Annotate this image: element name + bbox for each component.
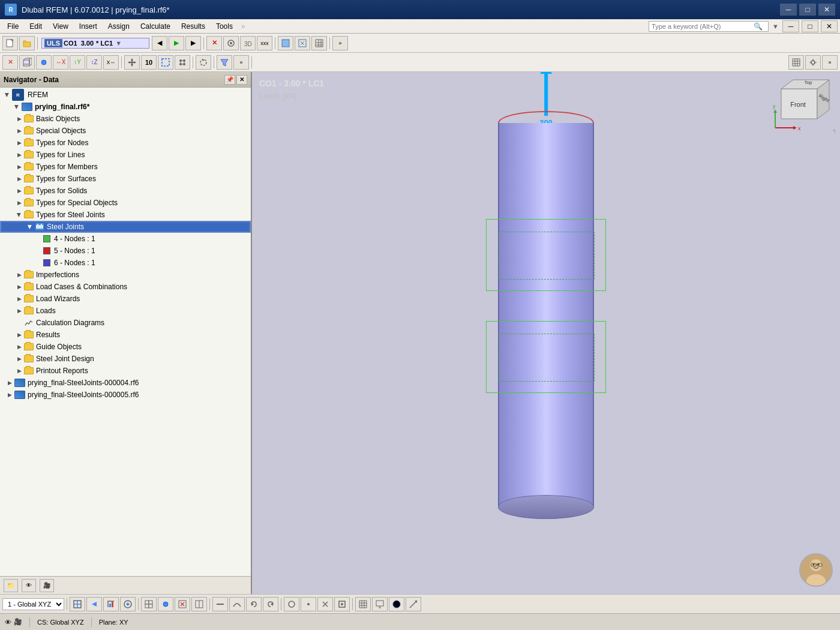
toolbar-btn-more[interactable]: » bbox=[332, 36, 348, 50]
tree-item-printout-reports[interactable]: ▶ Printout Reports bbox=[0, 365, 251, 377]
bt-btn-7[interactable] bbox=[175, 597, 190, 611]
close-button[interactable]: ✕ bbox=[818, 4, 835, 16]
bt-btn-8[interactable] bbox=[191, 597, 207, 611]
tree-arrow-special-obj[interactable]: ▶ bbox=[14, 198, 24, 208]
tree-item-load-cases[interactable]: ▶ Load Cases & Combinations bbox=[0, 281, 251, 293]
tree-item-guide-objects[interactable]: ▶ Guide Objects bbox=[0, 341, 251, 353]
t2-btn-snap[interactable] bbox=[805, 55, 821, 70]
maximize-button[interactable]: □ bbox=[799, 4, 816, 16]
tree-arrow-results[interactable]: ▶ bbox=[14, 330, 24, 340]
t2-btn-arrow-x[interactable]: ↔X bbox=[53, 55, 68, 70]
bt-btn-4[interactable] bbox=[120, 597, 136, 611]
open-button[interactable] bbox=[19, 36, 35, 50]
tree-item-project[interactable]: ▶ prying_final.rf6* bbox=[0, 101, 251, 113]
bt-btn-3[interactable] bbox=[103, 597, 119, 611]
tree-arrow-load-cases[interactable]: ▶ bbox=[14, 282, 24, 292]
tree-arrow-rfem[interactable]: ▶ bbox=[2, 90, 12, 100]
menu-insert[interactable]: Insert bbox=[74, 21, 102, 32]
tree-arrow-basic[interactable]: ▶ bbox=[14, 114, 24, 124]
menu-calculate[interactable]: Calculate bbox=[136, 21, 175, 32]
tree-item-calc-diagrams[interactable]: Calculation Diagrams bbox=[0, 317, 251, 329]
play-button[interactable]: ▶ bbox=[169, 36, 184, 50]
tree-item-steel-joints[interactable]: ▶ Steel Joints bbox=[0, 221, 251, 233]
t2-btn-rotate[interactable] bbox=[196, 55, 211, 70]
tree-arrow-lines[interactable]: ▶ bbox=[14, 150, 24, 160]
t2-btn-cross[interactable]: ✕ bbox=[2, 55, 18, 70]
next-button[interactable]: ▶ bbox=[185, 36, 201, 50]
bt-btn-undo[interactable] bbox=[246, 597, 262, 611]
tree-item-types-steel-joints[interactable]: ▶ Types for Steel Joints bbox=[0, 209, 251, 221]
tree-arrow-loads[interactable]: ▶ bbox=[14, 306, 24, 316]
menu-tools[interactable]: Tools bbox=[211, 21, 238, 32]
menu-view[interactable]: View bbox=[48, 21, 73, 32]
toolbar-btn-3d[interactable]: 3D bbox=[240, 36, 256, 50]
toolbar-btn-xxx[interactable]: xxx bbox=[257, 36, 272, 50]
bt-btn-2[interactable] bbox=[86, 597, 102, 611]
t2-btn-more2[interactable]: » bbox=[233, 55, 249, 70]
navigator-close-button[interactable]: ✕ bbox=[236, 75, 247, 85]
tree-item-subfile-1[interactable]: ▶ prying_final-SteelJoints-000004.rf6 bbox=[0, 377, 251, 389]
tree-item-types-surfaces[interactable]: ▶ Types for Surfaces bbox=[0, 173, 251, 185]
prev-button[interactable]: ◀ bbox=[152, 36, 167, 50]
t2-btn-size[interactable]: 10 bbox=[141, 55, 157, 70]
tree-item-types-nodes[interactable]: ▶ Types for Nodes bbox=[0, 137, 251, 149]
bt-btn-snap[interactable] bbox=[334, 597, 350, 611]
tree-arrow-special[interactable]: ▶ bbox=[14, 126, 24, 136]
sub-minimize-button[interactable]: ─ bbox=[782, 20, 799, 32]
tree-arrow-steel-joints[interactable]: ▶ bbox=[14, 210, 24, 220]
nav-data-button[interactable]: 📁 bbox=[4, 579, 18, 592]
tree-arrow-imperfections[interactable]: ▶ bbox=[14, 270, 24, 280]
minimize-button[interactable]: ─ bbox=[780, 4, 797, 16]
tree-item-types-special-objects[interactable]: ▶ Types for Special Objects bbox=[0, 197, 251, 209]
tree-item-imperfections[interactable]: ▶ Imperfections bbox=[0, 269, 251, 281]
menu-file[interactable]: File bbox=[2, 21, 23, 32]
t2-btn-node[interactable] bbox=[36, 55, 52, 70]
tree-item-node-4[interactable]: 4 - Nodes : 1 bbox=[0, 233, 251, 245]
tree-arrow-nodes[interactable]: ▶ bbox=[14, 138, 24, 148]
tree-item-results[interactable]: ▶ Results bbox=[0, 329, 251, 341]
tree-arrow-guide[interactable]: ▶ bbox=[14, 342, 24, 352]
toolbar-btn-wire[interactable] bbox=[295, 36, 310, 50]
tree-arrow-load-wizards[interactable]: ▶ bbox=[14, 294, 24, 304]
t2-btn-xy[interactable]: X↔ bbox=[103, 55, 119, 70]
t2-btn-arrow-z[interactable]: ↕Z bbox=[86, 55, 102, 70]
sub-maximize-button[interactable]: □ bbox=[802, 20, 818, 32]
tree-item-steel-joint-design[interactable]: ▶ Steel Joint Design bbox=[0, 353, 251, 365]
tree-item-types-solids[interactable]: ▶ Types for Solids bbox=[0, 185, 251, 197]
coord-system-select[interactable]: 1 - Global XYZ bbox=[2, 598, 64, 610]
toolbar-btn-view[interactable] bbox=[223, 36, 239, 50]
toolbar-btn-render[interactable] bbox=[278, 36, 293, 50]
tree-arrow-surfaces[interactable]: ▶ bbox=[14, 174, 24, 184]
new-button[interactable] bbox=[2, 36, 18, 50]
tree-item-special-objects[interactable]: ▶ Special Objects bbox=[0, 125, 251, 137]
tree-item-node-6[interactable]: 6 - Nodes : 1 bbox=[0, 257, 251, 269]
nav-view-button[interactable]: 👁 bbox=[22, 579, 36, 592]
bt-btn-dot[interactable] bbox=[301, 597, 316, 611]
t2-btn-arrow-y[interactable]: ↕Y bbox=[70, 55, 85, 70]
t2-btn-filter[interactable] bbox=[217, 55, 232, 70]
bt-btn-grid3[interactable] bbox=[355, 597, 371, 611]
tree-arrow-steel-joints-2[interactable]: ▶ bbox=[25, 222, 35, 232]
menu-assign[interactable]: Assign bbox=[103, 21, 134, 32]
bt-btn-1[interactable] bbox=[70, 597, 85, 611]
navigator-pin-button[interactable]: 📌 bbox=[224, 75, 235, 85]
bt-btn-6[interactable] bbox=[158, 597, 173, 611]
t2-btn-cube[interactable] bbox=[19, 55, 35, 70]
bt-btn-display[interactable] bbox=[372, 597, 388, 611]
tree-arrow-solids[interactable]: ▶ bbox=[14, 186, 24, 196]
tree-arrow-subfile1[interactable]: ▶ bbox=[5, 378, 14, 388]
search-box[interactable]: 🔍 bbox=[649, 21, 769, 32]
tree-item-types-members[interactable]: ▶ Types for Members bbox=[0, 161, 251, 173]
bt-btn-arrow-dir[interactable] bbox=[406, 597, 421, 611]
tree-item-node-5[interactable]: 5 - Nodes : 1 bbox=[0, 245, 251, 257]
t2-btn-move[interactable] bbox=[124, 55, 140, 70]
sub-close-button[interactable]: ✕ bbox=[821, 20, 838, 32]
bt-btn-line[interactable] bbox=[212, 597, 228, 611]
bt-btn-circ[interactable] bbox=[284, 597, 299, 611]
bt-btn-5[interactable] bbox=[141, 597, 157, 611]
tree-arrow-members[interactable]: ▶ bbox=[14, 162, 24, 172]
t2-btn-select[interactable] bbox=[158, 55, 173, 70]
tree-arrow-project[interactable]: ▶ bbox=[12, 102, 22, 112]
menu-results[interactable]: Results bbox=[176, 21, 210, 32]
bt-btn-redo[interactable] bbox=[263, 597, 278, 611]
